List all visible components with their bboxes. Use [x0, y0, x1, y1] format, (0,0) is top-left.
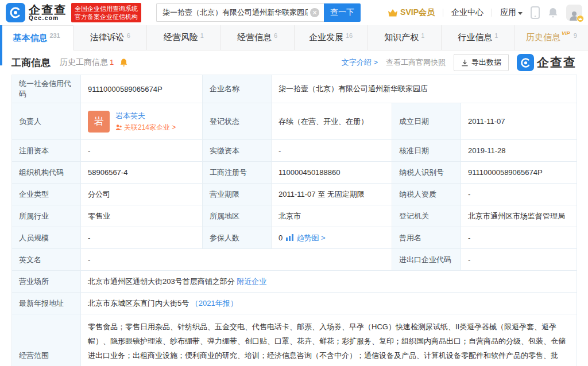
value-text: 北京市通州区通朝大街203号首层商铺之部分	[88, 277, 237, 286]
value-text: 北京市东城区东直门内大街5号	[88, 299, 191, 307]
field-value: 零售业	[81, 205, 203, 227]
qcc-watermark-icon	[517, 54, 534, 71]
field-label: 工商注册号	[203, 162, 272, 184]
tab-经营信息[interactable]: 经营信息6	[220, 25, 294, 50]
value-link[interactable]: （2021年报）	[191, 299, 238, 307]
tab-count: 231	[49, 32, 60, 39]
field-value: -	[81, 227, 203, 249]
field-value: 2011-11-07	[461, 103, 577, 140]
vip-badge: VIP	[562, 30, 570, 36]
tab-知识产权[interactable]: 知识产权1	[368, 25, 442, 50]
legal-person-cell: 岩岩本英夫关联214家企业 >	[81, 103, 203, 140]
value-text: 58906567-4	[88, 168, 127, 177]
field-value: 2011-11-07 至 无固定期限	[272, 184, 392, 205]
tab-历史信息[interactable]: 历史信息VIP9	[515, 25, 588, 50]
tab-count: 6	[274, 32, 277, 39]
divider	[492, 9, 492, 17]
notification-bell-icon[interactable]	[548, 7, 558, 18]
tab-法律诉讼[interactable]: 法律诉讼6	[74, 25, 147, 50]
mobile-app-icon[interactable]	[531, 6, 540, 19]
monitor-bell-icon[interactable]	[119, 58, 128, 67]
value-text: 北京市通州区市场监督管理局	[468, 212, 565, 220]
chevron-down-icon	[518, 12, 523, 15]
text-intro-link[interactable]: 文字介绍 >	[342, 57, 378, 68]
field-label: 营业场所	[12, 271, 81, 293]
value-text: 北京市	[278, 212, 301, 220]
tab-企业发展[interactable]: 企业发展16	[295, 25, 368, 50]
user-avatar[interactable]	[566, 5, 582, 21]
tab-count: 1	[421, 32, 424, 39]
tab-label: 企业发展	[309, 32, 343, 43]
table-row: 人员规模-参保人数0 趋势图 >曾用名-	[12, 227, 577, 249]
value-text: -	[88, 233, 90, 242]
field-label: 企业名称	[203, 75, 272, 103]
value-text: 2011-11-07 至 无固定期限	[278, 190, 365, 198]
field-label: 纳税人识别号	[392, 162, 461, 184]
field-label: 最新年报地址	[12, 293, 81, 314]
table-row: 所属行业零售业所属地区北京市登记机关北京市通州区市场监督管理局	[12, 205, 577, 227]
value-link[interactable]: 附近企业	[237, 277, 266, 286]
section-header: 工商信息 历史工商信息1 文字介绍 > 查看工商官网快照 导出数据 企查查	[0, 50, 588, 75]
logo-domain: Qcc.com	[29, 15, 67, 21]
value-text: 91110000589065674P	[88, 85, 163, 94]
field-label: 登记状态	[203, 103, 272, 140]
field-label: 经营范围	[12, 314, 81, 366]
tab-count: 6	[127, 32, 130, 39]
field-value: 91110000589065674P	[81, 75, 203, 103]
search-box: ✕ 查一下	[156, 3, 361, 22]
value-text: 0	[278, 233, 285, 242]
table-row: 统一社会信用代码91110000589065674P企业名称柒一拾壹（北京）有限…	[12, 75, 577, 103]
history-business-info-link[interactable]: 历史工商信息1	[60, 57, 114, 68]
value-text: -	[468, 255, 470, 264]
value-link[interactable]: 趋势图 >	[295, 233, 326, 242]
search-button[interactable]: 查一下	[324, 3, 361, 22]
tab-bar: 基本信息231法律诉讼6经营风险1经营信息6企业发展16知识产权1行业信息1历史…	[0, 25, 588, 50]
nav-apps-menu[interactable]: 应用	[500, 7, 523, 18]
field-value: 分公司	[81, 184, 203, 205]
related-companies-icon	[115, 124, 122, 131]
tab-基本信息[interactable]: 基本信息231	[0, 25, 74, 50]
field-label: 登记机关	[392, 205, 461, 227]
field-label: 企业类型	[12, 184, 81, 205]
info-table: 统一社会信用代码91110000589065674P企业名称柒一拾壹（北京）有限…	[11, 75, 577, 366]
field-value: 存续（在营、开业、在册）	[272, 103, 392, 140]
official-snapshot-link[interactable]: 查看工商官网快照	[386, 57, 446, 68]
tab-label: 经营信息	[237, 32, 272, 43]
related-companies-link[interactable]: 关联214家企业 >	[115, 123, 176, 133]
search-input[interactable]	[156, 3, 324, 22]
field-value: 0 趋势图 >	[272, 227, 392, 249]
value-text: 零售业	[88, 212, 110, 220]
qcc-logo-icon	[6, 3, 25, 22]
field-label: 成立日期	[392, 103, 461, 140]
value-text: 110000450188860	[278, 168, 341, 177]
field-label: 实缴资本	[203, 140, 272, 162]
qcc-logo[interactable]: 企查查 Qcc.com	[6, 3, 67, 22]
value-text: 柒一拾壹（北京）有限公司通州新华联家园店	[278, 84, 428, 93]
field-label: 组织机构代码	[12, 162, 81, 184]
table-row: 注册资本-实缴资本-核准日期2019-11-28	[12, 140, 577, 162]
person-name-link[interactable]: 岩本英夫	[115, 111, 176, 121]
tab-label: 行业信息	[458, 32, 492, 43]
field-value: 北京市通州区市场监督管理局	[461, 205, 577, 227]
person-avatar[interactable]: 岩	[88, 111, 110, 133]
tab-count: 9	[574, 32, 577, 39]
value-text: 2019-11-28	[468, 146, 506, 155]
clear-search-icon[interactable]: ✕	[310, 8, 319, 17]
section-title: 工商信息	[11, 56, 51, 69]
tab-经营风险[interactable]: 经营风险1	[147, 25, 220, 50]
field-label: 核准日期	[392, 140, 461, 162]
nav-enterprise-center[interactable]: 企业中心	[451, 7, 483, 18]
value-text: -	[88, 255, 90, 264]
field-value: 110000450188860	[272, 162, 392, 184]
table-row: 最新年报地址北京市东城区东直门内大街5号 （2021年报）	[12, 293, 577, 314]
tab-行业信息[interactable]: 行业信息1	[442, 25, 515, 50]
value-text: -	[278, 146, 281, 155]
value-text: -	[88, 146, 90, 155]
field-value: 2019-11-28	[461, 140, 577, 162]
field-label: 参保人数	[203, 227, 272, 249]
credit-system-badge: 全国企业信用查询系统 官方备案企业征信机构	[71, 3, 141, 22]
export-data-button[interactable]: 导出数据	[454, 54, 509, 71]
field-value: -	[461, 227, 577, 249]
svip-member-link[interactable]: SVIP会员	[388, 7, 435, 18]
field-value: 58906567-4	[81, 162, 203, 184]
